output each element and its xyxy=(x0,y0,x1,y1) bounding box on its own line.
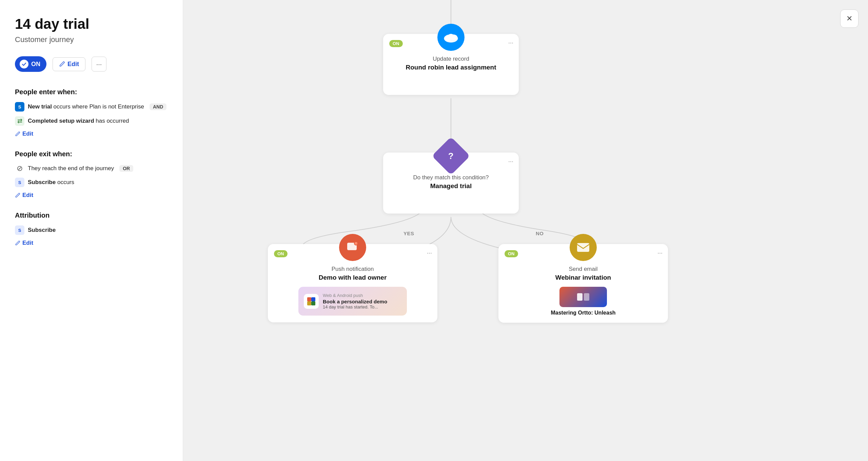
enter-condition-2: ⇄ Completed setup wizard has occurred xyxy=(15,116,168,126)
send-email-node[interactable]: ON ··· Send email Webinar invitation xyxy=(498,244,668,323)
preview-card-text: Web & Android push Book a personalized d… xyxy=(323,293,387,309)
push-preview-card: Web & Android push Book a personalized d… xyxy=(298,287,407,316)
exit-condition-2: S Subscribe occurs xyxy=(15,178,168,187)
send-email-icon xyxy=(570,234,597,261)
enter-section-title: People enter when: xyxy=(15,88,168,96)
svg-rect-9 xyxy=(307,297,311,301)
attribution-icon: S xyxy=(15,225,24,235)
email-on-badge: ON xyxy=(505,250,518,257)
condition-diamond-icon: ? xyxy=(432,137,470,175)
attribution-title: Attribution xyxy=(15,212,168,219)
close-button[interactable]: ✕ xyxy=(840,9,859,28)
more-options-button[interactable]: ··· xyxy=(92,57,106,72)
webinar-title: Mastering Ortto: Unleash xyxy=(551,310,615,316)
edit-icon xyxy=(59,61,65,67)
edit-icon-exit xyxy=(15,193,20,198)
toggle-label: ON xyxy=(31,61,40,68)
push-notification-node[interactable]: ON ··· Push notification Demo with lead … xyxy=(268,244,437,322)
condition-node[interactable]: ··· ? Do they match this condition? Mana… xyxy=(383,153,519,214)
preview-icon-svg xyxy=(307,297,316,306)
exit-cond2-text: Subscribe occurs xyxy=(28,179,74,186)
push-action-label: Push notification xyxy=(332,266,374,273)
svg-rect-13 xyxy=(577,243,589,252)
enter-edit-label: Edit xyxy=(22,131,33,137)
webinar-card: Mastering Ortto: Unleash xyxy=(532,287,634,316)
enter-section: People enter when: S New trial occurs wh… xyxy=(15,88,168,137)
preview-title: Book a personalized demo xyxy=(323,299,387,304)
enter-cond2-text: Completed setup wizard has occurred xyxy=(28,118,129,124)
and-badge: AND xyxy=(150,103,166,110)
attribution-item-text: Subscribe xyxy=(28,227,56,234)
exit-cond1-text: They reach the end of the journey xyxy=(28,165,114,172)
enter-edit-button[interactable]: Edit xyxy=(15,131,33,137)
flow-connectors xyxy=(183,0,868,461)
no-branch-label: NO xyxy=(536,230,544,236)
attribution-item: S Subscribe xyxy=(15,225,168,235)
svg-point-8 xyxy=(355,242,357,245)
attribution-edit-label: Edit xyxy=(22,240,33,246)
update-action-label: Update record xyxy=(433,56,469,62)
exit-section-title: People exit when: xyxy=(15,150,168,158)
update-record-icon xyxy=(437,24,465,51)
svg-point-5 xyxy=(448,34,454,39)
preview-label: Web & Android push xyxy=(323,293,387,298)
salesforce-icon-1: S xyxy=(15,102,24,112)
webinar-icon-row xyxy=(559,287,607,307)
cloud-svg xyxy=(443,31,459,44)
preview-card-icon xyxy=(304,294,319,309)
attribution-section: Attribution S Subscribe Edit xyxy=(15,212,168,246)
yes-connector-svg xyxy=(183,0,868,461)
webinar-gradient-block xyxy=(559,287,607,307)
push-on-badge: ON xyxy=(274,250,288,257)
webinar-logo-svg xyxy=(576,292,590,302)
or-badge: OR xyxy=(119,165,133,172)
svg-rect-15 xyxy=(584,293,589,301)
exit-condition-1: ⊘ They reach the end of the journey OR xyxy=(15,164,168,173)
on-toggle-button[interactable]: ON xyxy=(15,56,46,72)
more-dots: ··· xyxy=(96,60,102,68)
push-more-dots: ··· xyxy=(427,249,432,256)
attribution-edit-button[interactable]: Edit xyxy=(15,240,33,246)
close-icon: ✕ xyxy=(846,14,852,23)
edit-journey-button[interactable]: Edit xyxy=(53,57,85,71)
preview-sub: 14 day trial has started. To... xyxy=(323,304,387,309)
update-record-node[interactable]: ON ··· Update record Round robin lead as… xyxy=(383,34,519,95)
push-more-button[interactable]: ··· xyxy=(427,249,432,257)
svg-rect-14 xyxy=(577,293,583,301)
edit-label: Edit xyxy=(67,61,79,68)
push-title: Demo with lead owner xyxy=(319,274,387,281)
push-svg xyxy=(345,240,360,255)
email-more-button[interactable]: ··· xyxy=(657,249,663,257)
push-notification-icon xyxy=(339,234,366,261)
subscribe-icon: S xyxy=(15,178,24,187)
question-mark: ? xyxy=(448,151,454,161)
update-title: Round robin lead assignment xyxy=(406,64,496,71)
enter-condition-1: S New trial occurs where Plan is not Ent… xyxy=(15,102,168,112)
check-circle-icon xyxy=(20,60,28,68)
svg-rect-12 xyxy=(311,301,315,305)
condition-more-button[interactable]: ··· xyxy=(508,158,513,165)
exit-section: People exit when: ⊘ They reach the end o… xyxy=(15,150,168,199)
email-svg xyxy=(576,241,591,254)
condition-action-label: Do they match this condition? xyxy=(413,174,489,181)
left-panel: 14 day trial Customer journey ON Edit ··… xyxy=(0,0,183,461)
exit-edit-label: Edit xyxy=(22,192,33,199)
update-more-button[interactable]: ··· xyxy=(508,39,513,46)
exit-edit-button[interactable]: Edit xyxy=(15,192,33,199)
update-more-dots: ··· xyxy=(508,39,513,46)
svg-rect-11 xyxy=(307,301,311,305)
enter-cond1-text: New trial occurs where Plan is not Enter… xyxy=(28,103,144,110)
yes-branch-label: YES xyxy=(403,230,414,236)
journey-title: 14 day trial xyxy=(15,16,168,32)
condition-more-dots: ··· xyxy=(508,158,513,165)
ban-icon: ⊘ xyxy=(15,164,24,173)
email-more-dots: ··· xyxy=(657,249,663,256)
email-action-label: Send email xyxy=(569,266,597,273)
condition-title: Managed trial xyxy=(430,182,472,190)
journey-subtitle: Customer journey xyxy=(15,35,168,44)
svg-rect-10 xyxy=(311,297,315,301)
connector-v1 xyxy=(451,98,451,142)
edit-icon-attribution xyxy=(15,240,20,246)
flow-canvas: ✕ ON ··· Update record Round robin lead … xyxy=(183,0,868,461)
setup-icon: ⇄ xyxy=(15,116,24,126)
